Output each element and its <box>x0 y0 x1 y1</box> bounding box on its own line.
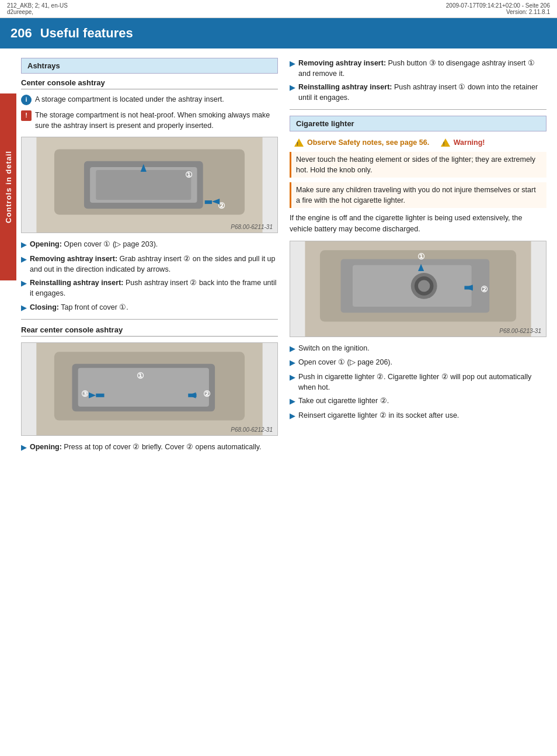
engine-off-info: If the engine is off and the cigarette l… <box>290 213 546 235</box>
list-item: ▶ Reinstalling ashtray insert: Push asht… <box>290 82 546 103</box>
left-column: Ashtrays Center console ashtray i A stor… <box>21 58 278 458</box>
svg-text:③: ③ <box>81 389 89 398</box>
svg-text:②: ② <box>481 284 488 293</box>
info-note-block: i A storage compartment is located under… <box>21 94 278 105</box>
svg-text:②: ② <box>203 389 211 398</box>
svg-rect-20 <box>188 394 196 397</box>
warning-text2: Make sure any children traveling with yo… <box>290 182 546 208</box>
ashtrays-section-title: Ashtrays <box>21 58 278 74</box>
list-item: ▶ Push in cigarette lighter ②. Cigarette… <box>290 372 546 393</box>
warning-label: Warning! <box>454 138 485 147</box>
right-ashtray-bullets: ▶ Removing ashtray insert: Push button ③… <box>290 58 546 103</box>
divider <box>21 319 278 320</box>
right-column: ▶ Removing ashtray insert: Push button ③… <box>290 58 546 458</box>
page-number: 206 <box>11 26 32 41</box>
page-header: 206 Useful features <box>0 18 557 48</box>
warn-note-text: The storage compartment is not heat-proo… <box>35 110 278 131</box>
cigarette-lighter-bullets: ▶ Switch on the ignition. ▶ Open cover ①… <box>290 343 546 422</box>
list-item: ▶ Opening: Press at top of cover ② brief… <box>21 442 278 453</box>
center-console-heading: Center console ashtray <box>21 78 278 89</box>
warning-header: Warning! <box>436 136 490 149</box>
center-console-image: ① ② P68.00-6211-31 <box>21 137 278 233</box>
meta-left: 212_AKB; 2; 41, en-US d2ureepe, <box>7 2 68 15</box>
list-item: ▶ Take out cigarette lighter ②. <box>290 396 546 407</box>
image3-label: P68.00-6213-31 <box>499 328 541 334</box>
meta-right: 2009-07-17T09:14:21+02:00 - Seite 206 Ve… <box>446 2 550 15</box>
warning-text1: Never touch the heating element or sides… <box>290 152 546 178</box>
meta-bar: 212_AKB; 2; 41, en-US d2ureepe, 2009-07-… <box>0 0 557 18</box>
list-item: ▶ Switch on the ignition. <box>290 343 546 355</box>
cigarette-lighter-image: ① ② P68.00-6213-31 <box>290 241 546 337</box>
divider2 <box>290 109 546 110</box>
page-title: Useful features <box>40 26 133 41</box>
svg-text:①: ① <box>137 372 144 381</box>
list-item: ▶ Opening: Open cover ① (▷ page 203). <box>21 239 278 251</box>
svg-text:①: ① <box>185 171 193 180</box>
rear-console-heading: Rear center console ashtray <box>21 325 278 337</box>
warn-note-block: ! The storage compartment is not heat-pr… <box>21 110 278 131</box>
svg-rect-18 <box>96 394 104 397</box>
rear-console-bullets: ▶ Opening: Press at top of cover ② brief… <box>21 442 278 453</box>
image2-label: P68.00-6212-31 <box>231 426 273 433</box>
list-item: ▶ Closing: Tap front of cover ①. <box>21 302 278 314</box>
sidebar-label: Controls in detail <box>0 93 16 280</box>
main-content: Ashtrays Center console ashtray i A stor… <box>0 48 557 467</box>
cigarette-lighter-title: Cigarette lighter <box>290 116 546 131</box>
list-item: ▶ Removing ashtray insert: Grab ashtray … <box>21 254 278 275</box>
warn-icon: ! <box>21 110 32 121</box>
list-item: ▶ Reinstalling ashtray insert: Push asht… <box>21 278 278 299</box>
list-item: ▶ Open cover ① (▷ page 206). <box>290 357 546 369</box>
info-icon: i <box>21 95 32 105</box>
svg-rect-4 <box>96 170 191 200</box>
image1-label: P68.00-6211-31 <box>231 224 273 230</box>
triangle-icon <box>294 138 304 147</box>
list-item: ▶ Removing ashtray insert: Push button ③… <box>290 58 546 79</box>
center-console-bullets: ▶ Opening: Open cover ① (▷ page 203). ▶ … <box>21 239 278 313</box>
svg-text:①: ① <box>417 251 425 261</box>
warning-triangle-icon <box>441 138 450 147</box>
svg-rect-32 <box>464 286 472 289</box>
rear-console-image: ① ② ③ P68.00-6212-31 <box>21 342 278 436</box>
svg-point-27 <box>418 280 430 292</box>
safety-note: Observe Safety notes, see page 56. <box>290 136 434 149</box>
list-item: ▶ Reinsert cigarette lighter ② in its so… <box>290 410 546 422</box>
info-note-text: A storage compartment is located under t… <box>35 94 224 105</box>
safety-note-text: Observe Safety notes, see page 56. <box>307 138 429 147</box>
svg-rect-9 <box>205 200 212 204</box>
